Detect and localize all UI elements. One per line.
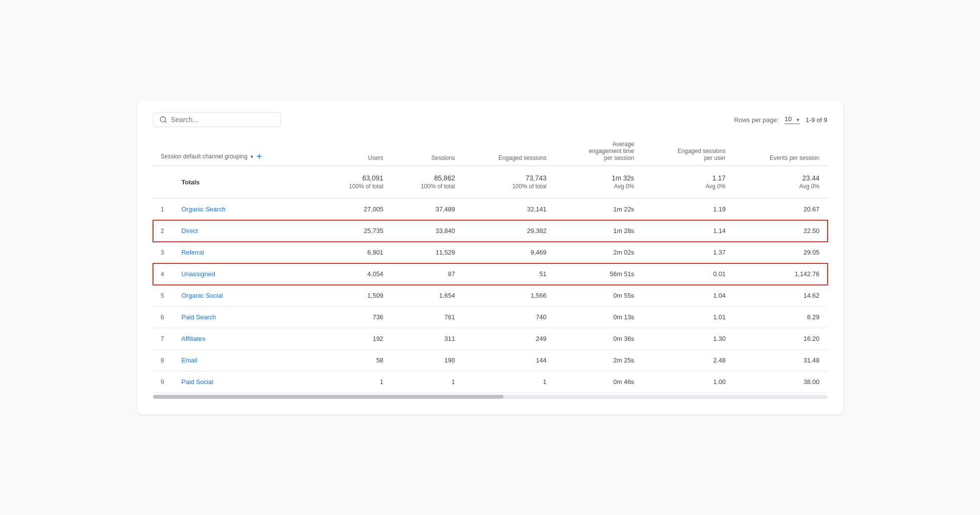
row-index: 7 bbox=[153, 328, 174, 350]
row-sessions: 87 bbox=[391, 263, 463, 285]
table-row: 7 Affiliates 192 311 249 0m 36s 1.30 16.… bbox=[153, 328, 828, 350]
row-events: 20.67 bbox=[733, 198, 827, 220]
row-index: 4 bbox=[153, 263, 174, 285]
row-events: 29.05 bbox=[733, 242, 827, 263]
row-index: 6 bbox=[153, 307, 174, 328]
dimension-col-label: Session default channel grouping bbox=[161, 153, 248, 160]
row-users: 4,054 bbox=[320, 263, 391, 285]
row-users: 192 bbox=[320, 328, 391, 350]
row-per-user: 1.00 bbox=[642, 371, 734, 393]
row-name-link[interactable]: Organic Social bbox=[181, 292, 223, 299]
totals-engaged: 73,743 100% of total bbox=[463, 166, 554, 198]
row-name-link[interactable]: Paid Search bbox=[181, 313, 216, 321]
row-avg: 2m 25s bbox=[554, 350, 642, 371]
row-per-user: 1.04 bbox=[642, 285, 734, 307]
row-engaged: 32,141 bbox=[463, 198, 554, 220]
rows-per-page-select[interactable]: 10 25 50 bbox=[784, 115, 800, 124]
row-events: 14.62 bbox=[733, 285, 827, 307]
row-name-link[interactable]: Paid Social bbox=[181, 378, 213, 386]
row-avg: 0m 36s bbox=[554, 328, 642, 350]
row-sessions: 1,654 bbox=[391, 285, 463, 307]
svg-line-1 bbox=[165, 121, 166, 123]
totals-avg: 1m 32s Avg 0% bbox=[554, 166, 642, 198]
data-table: Session default channel grouping ▾ + Use… bbox=[153, 137, 828, 393]
row-avg: 1m 22s bbox=[554, 198, 642, 220]
totals-row: Totals 63,091 100% of total 85,862 100% … bbox=[153, 166, 828, 198]
col-header-sessions-label: Sessions bbox=[431, 154, 455, 161]
row-events: 38.00 bbox=[733, 371, 827, 393]
search-input[interactable] bbox=[171, 116, 274, 124]
row-engaged: 9,469 bbox=[463, 242, 554, 263]
row-users: 27,005 bbox=[320, 198, 391, 220]
row-engaged: 1 bbox=[463, 371, 554, 393]
search-box[interactable] bbox=[153, 112, 280, 127]
row-events: 31.48 bbox=[733, 350, 827, 371]
table-row: 5 Organic Social 1,509 1,654 1,566 0m 55… bbox=[153, 285, 828, 307]
table-row: 9 Paid Social 1 1 1 0m 46s 1.00 38.00 bbox=[153, 371, 828, 393]
col-header-avg-line1: Average bbox=[612, 141, 634, 148]
row-name: Organic Search bbox=[174, 198, 320, 220]
row-per-user: 1.37 bbox=[642, 242, 734, 263]
row-users: 58 bbox=[320, 350, 391, 371]
row-name: Direct bbox=[174, 220, 320, 242]
row-name-link[interactable]: Email bbox=[181, 357, 198, 364]
totals-label: Totals bbox=[174, 166, 320, 198]
row-name: Email bbox=[174, 350, 320, 371]
row-name-link[interactable]: Unassigned bbox=[181, 270, 215, 278]
page-info: 1-9 of 9 bbox=[805, 116, 827, 124]
totals-sessions: 85,862 100% of total bbox=[391, 166, 463, 198]
top-bar: Rows per page: 10 25 50 1-9 of 9 bbox=[153, 112, 828, 127]
search-icon bbox=[159, 116, 167, 124]
row-users: 1 bbox=[320, 371, 391, 393]
rows-per-page-label: Rows per page: bbox=[734, 116, 779, 124]
row-index: 3 bbox=[153, 242, 174, 263]
row-name: Affiliates bbox=[174, 328, 320, 350]
row-sessions: 37,489 bbox=[391, 198, 463, 220]
col-header-events-per-session: Events per session bbox=[733, 137, 827, 166]
row-users: 25,735 bbox=[320, 220, 391, 242]
row-per-user: 1.30 bbox=[642, 328, 734, 350]
row-engaged: 29,382 bbox=[463, 220, 554, 242]
row-engaged: 144 bbox=[463, 350, 554, 371]
row-index: 5 bbox=[153, 285, 174, 307]
totals-users: 63,091 100% of total bbox=[320, 166, 391, 198]
row-avg: 0m 13s bbox=[554, 307, 642, 328]
col-header-engaged-sessions: Engaged sessions bbox=[463, 137, 554, 166]
row-sessions: 311 bbox=[391, 328, 463, 350]
row-name: Paid Social bbox=[174, 371, 320, 393]
row-sessions: 33,840 bbox=[391, 220, 463, 242]
row-name-link[interactable]: Affiliates bbox=[181, 335, 205, 342]
row-name-link[interactable]: Referral bbox=[181, 249, 204, 256]
row-per-user: 1.14 bbox=[642, 220, 734, 242]
totals-per-user: 1.17 Avg 0% bbox=[642, 166, 734, 198]
row-events: 1,142.76 bbox=[733, 263, 827, 285]
col-header-per-user-line1: Engaged sessions bbox=[678, 148, 726, 154]
row-per-user: 1.01 bbox=[642, 307, 734, 328]
row-sessions: 1 bbox=[391, 371, 463, 393]
rows-select-wrapper[interactable]: 10 25 50 bbox=[784, 115, 800, 124]
table-row: 3 Referral 6,901 11,529 9,469 2m 02s 1.3… bbox=[153, 242, 828, 263]
row-name: Referral bbox=[174, 242, 320, 263]
row-engaged: 1,566 bbox=[463, 285, 554, 307]
analytics-table-container: Rows per page: 10 25 50 1-9 of 9 Session… bbox=[137, 101, 843, 414]
row-name: Paid Search bbox=[174, 307, 320, 328]
add-dimension-button[interactable]: + bbox=[256, 152, 262, 161]
row-index: 1 bbox=[153, 198, 174, 220]
row-events: 22.50 bbox=[733, 220, 827, 242]
row-name-link[interactable]: Organic Search bbox=[181, 206, 226, 213]
dropdown-arrow-icon: ▾ bbox=[251, 154, 253, 160]
col-header-sessions: Sessions bbox=[391, 137, 463, 166]
row-index: 2 bbox=[153, 220, 174, 242]
row-sessions: 11,529 bbox=[391, 242, 463, 263]
col-header-engaged-per-user: Engaged sessions per user bbox=[642, 137, 734, 166]
row-avg: 1m 28s bbox=[554, 220, 642, 242]
scrollbar-thumb bbox=[153, 395, 504, 399]
row-per-user: 0.01 bbox=[642, 263, 734, 285]
table-row: 4 Unassigned 4,054 87 51 56m 51s 0.01 1,… bbox=[153, 263, 828, 285]
row-name: Organic Social bbox=[174, 285, 320, 307]
horizontal-scrollbar[interactable] bbox=[153, 395, 828, 399]
row-name-link[interactable]: Direct bbox=[181, 227, 198, 234]
col-header-events-label: Events per session bbox=[770, 154, 819, 161]
table-row: 6 Paid Search 736 761 740 0m 13s 1.01 8.… bbox=[153, 307, 828, 328]
row-per-user: 2.48 bbox=[642, 350, 734, 371]
